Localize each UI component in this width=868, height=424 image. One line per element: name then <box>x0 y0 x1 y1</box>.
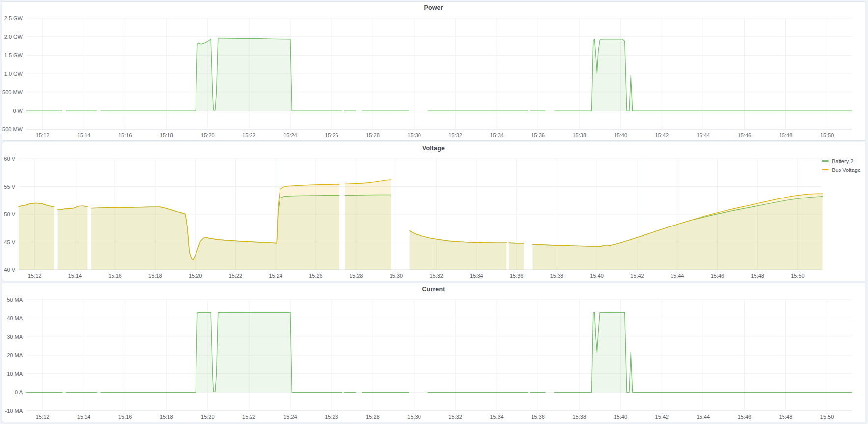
svg-text:15:38: 15:38 <box>550 273 564 279</box>
svg-text:15:24: 15:24 <box>283 414 297 420</box>
svg-text:15:28: 15:28 <box>349 273 363 279</box>
svg-text:15:20: 15:20 <box>201 132 215 138</box>
svg-text:30 MA: 30 MA <box>7 334 23 339</box>
svg-text:500 MW: 500 MW <box>2 89 23 95</box>
svg-text:15:32: 15:32 <box>448 414 462 420</box>
svg-text:15:48: 15:48 <box>779 132 793 138</box>
svg-text:1.5 GW: 1.5 GW <box>4 52 23 58</box>
panel-title-current[interactable]: Current <box>2 286 865 293</box>
svg-text:15:36: 15:36 <box>531 132 545 138</box>
svg-text:20 MA: 20 MA <box>7 352 23 358</box>
svg-text:15:48: 15:48 <box>751 273 764 279</box>
svg-text:15:40: 15:40 <box>614 132 628 138</box>
svg-text:55 V: 55 V <box>4 184 15 190</box>
svg-text:15:30: 15:30 <box>390 273 403 279</box>
svg-text:15:26: 15:26 <box>325 132 338 138</box>
svg-text:15:42: 15:42 <box>655 132 669 138</box>
svg-text:15:26: 15:26 <box>309 273 323 279</box>
panel-title-power[interactable]: Power <box>2 4 865 11</box>
svg-text:0 A: 0 A <box>15 389 23 395</box>
svg-text:15:30: 15:30 <box>407 414 421 420</box>
svg-text:10 MA: 10 MA <box>7 371 23 377</box>
svg-text:15:44: 15:44 <box>697 414 710 420</box>
svg-text:15:34: 15:34 <box>490 132 504 138</box>
legend-item-battery-2[interactable]: Battery 2 <box>822 157 861 165</box>
svg-text:-500 MW: -500 MW <box>2 126 23 132</box>
svg-text:15:30: 15:30 <box>407 132 421 138</box>
svg-text:15:38: 15:38 <box>573 414 587 420</box>
svg-text:15:16: 15:16 <box>118 414 132 420</box>
svg-text:1.0 GW: 1.0 GW <box>4 71 23 77</box>
svg-text:15:20: 15:20 <box>189 273 202 279</box>
svg-text:15:48: 15:48 <box>779 414 793 420</box>
svg-text:15:16: 15:16 <box>118 132 132 138</box>
legend-label-battery-2[interactable]: Battery 2 <box>832 158 853 164</box>
svg-text:0 W: 0 W <box>13 108 23 113</box>
voltage-chart-canvas[interactable]: 60 V55 V50 V45 V40 V15:1215:1415:1615:18… <box>2 142 865 281</box>
svg-text:15:18: 15:18 <box>160 132 173 138</box>
svg-text:15:34: 15:34 <box>470 273 483 279</box>
bus-voltage-series-swatch-icon <box>822 169 829 170</box>
svg-text:40 V: 40 V <box>4 267 15 273</box>
svg-text:-10 MA: -10 MA <box>5 408 23 414</box>
svg-text:15:22: 15:22 <box>229 273 243 279</box>
svg-text:15:28: 15:28 <box>366 132 380 138</box>
svg-text:15:50: 15:50 <box>791 273 805 279</box>
svg-text:50 MA: 50 MA <box>7 297 23 303</box>
panel-title-voltage[interactable]: Voltage <box>2 145 865 152</box>
svg-text:45 V: 45 V <box>4 239 15 245</box>
svg-text:15:32: 15:32 <box>429 273 443 279</box>
svg-text:15:40: 15:40 <box>614 414 628 420</box>
svg-text:50 V: 50 V <box>4 211 15 217</box>
svg-text:15:42: 15:42 <box>630 273 644 279</box>
panel-power: Power 2.5 GW2.0 GW1.5 GW1.0 GW500 MW0 W-… <box>2 1 865 141</box>
svg-text:15:44: 15:44 <box>697 132 710 138</box>
svg-text:15:12: 15:12 <box>28 273 42 279</box>
svg-text:15:50: 15:50 <box>820 132 834 138</box>
svg-text:15:22: 15:22 <box>242 414 256 420</box>
svg-text:15:46: 15:46 <box>738 132 752 138</box>
current-chart-canvas[interactable]: 50 MA40 MA30 MA20 MA10 MA0 A-10 MA15:121… <box>2 283 865 422</box>
svg-text:40 MA: 40 MA <box>7 315 23 321</box>
legend-label-bus-voltage[interactable]: Bus Voltage <box>832 167 861 173</box>
svg-text:60 V: 60 V <box>4 156 15 162</box>
svg-text:15:14: 15:14 <box>77 132 91 138</box>
svg-text:15:16: 15:16 <box>108 273 122 279</box>
svg-text:15:50: 15:50 <box>820 414 834 420</box>
panel-voltage: Voltage 60 V55 V50 V45 V40 V15:1215:1415… <box>2 142 865 281</box>
svg-text:15:26: 15:26 <box>325 414 338 420</box>
svg-text:15:22: 15:22 <box>242 132 256 138</box>
power-chart-canvas[interactable]: 2.5 GW2.0 GW1.5 GW1.0 GW500 MW0 W-500 MW… <box>2 2 865 140</box>
svg-text:15:18: 15:18 <box>148 273 162 279</box>
svg-text:15:46: 15:46 <box>738 414 752 420</box>
svg-text:15:12: 15:12 <box>36 132 50 138</box>
legend-item-bus-voltage[interactable]: Bus Voltage <box>822 166 861 173</box>
svg-text:15:40: 15:40 <box>590 273 604 279</box>
svg-text:15:44: 15:44 <box>671 273 684 279</box>
svg-text:15:14: 15:14 <box>68 273 82 279</box>
voltage-legend: Battery 2 Bus Voltage <box>822 157 861 173</box>
svg-text:15:42: 15:42 <box>655 414 669 420</box>
dashboard-page: { "colors": { "page_bg": "#eff2f7", "pan… <box>0 0 868 424</box>
svg-text:15:24: 15:24 <box>283 132 297 138</box>
svg-text:15:24: 15:24 <box>269 273 282 279</box>
svg-text:15:36: 15:36 <box>510 273 524 279</box>
svg-text:15:18: 15:18 <box>160 414 173 420</box>
svg-text:15:14: 15:14 <box>77 414 91 420</box>
svg-text:15:38: 15:38 <box>573 132 587 138</box>
svg-text:15:46: 15:46 <box>711 273 725 279</box>
panel-current: Current 50 MA40 MA30 MA20 MA10 MA0 A-10 … <box>2 283 865 422</box>
svg-text:2.5 GW: 2.5 GW <box>4 15 23 21</box>
svg-text:15:34: 15:34 <box>490 414 504 420</box>
battery-2-series-swatch-icon <box>822 160 829 162</box>
svg-text:2.0 GW: 2.0 GW <box>4 34 23 40</box>
svg-text:15:32: 15:32 <box>448 132 462 138</box>
svg-text:15:28: 15:28 <box>366 414 380 420</box>
svg-text:15:20: 15:20 <box>201 414 215 420</box>
svg-text:15:12: 15:12 <box>36 414 50 420</box>
svg-text:15:36: 15:36 <box>531 414 545 420</box>
